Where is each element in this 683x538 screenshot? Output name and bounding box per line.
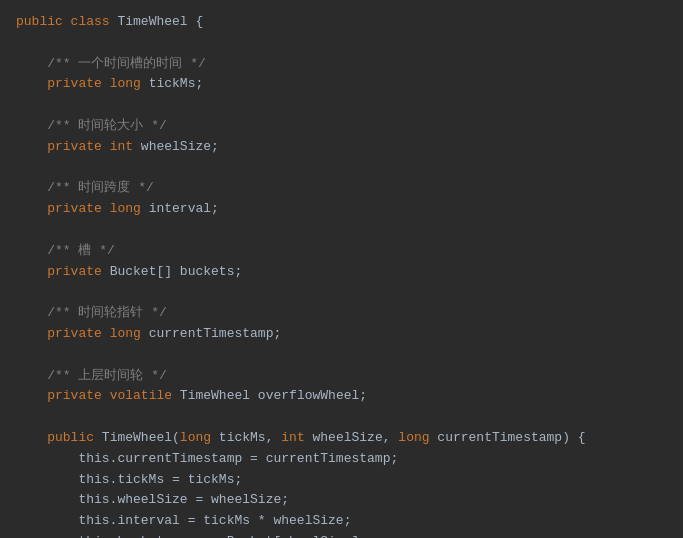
code-line: public class TimeWheel {	[16, 12, 667, 33]
code-line: public TimeWheel(long tickMs, int wheelS…	[16, 428, 667, 449]
code-line	[16, 220, 667, 241]
code-line: this.wheelSize = wheelSize;	[16, 490, 667, 511]
code-line	[16, 33, 667, 54]
code-line: this.currentTimestamp = currentTimestamp…	[16, 449, 667, 470]
code-line: private volatile TimeWheel overflowWheel…	[16, 386, 667, 407]
code-line: /** 时间轮大小 */	[16, 116, 667, 137]
code-line	[16, 407, 667, 428]
code-line: private long interval;	[16, 199, 667, 220]
code-line: this.tickMs = tickMs;	[16, 470, 667, 491]
code-line	[16, 95, 667, 116]
code-line: /** 时间轮指针 */	[16, 303, 667, 324]
code-line: /** 时间跨度 */	[16, 178, 667, 199]
code-line: /** 一个时间槽的时间 */	[16, 54, 667, 75]
code-line	[16, 345, 667, 366]
code-editor: public class TimeWheel { /** 一个时间槽的时间 */…	[0, 0, 683, 538]
code-line: private int wheelSize;	[16, 137, 667, 158]
code-line: /** 槽 */	[16, 241, 667, 262]
code-line: this.interval = tickMs * wheelSize;	[16, 511, 667, 532]
code-line: this.buckets = new Bucket[wheelSize];	[16, 532, 667, 538]
code-line	[16, 158, 667, 179]
code-line: private Bucket[] buckets;	[16, 262, 667, 283]
code-line	[16, 282, 667, 303]
code-line: /** 上层时间轮 */	[16, 366, 667, 387]
code-line: private long currentTimestamp;	[16, 324, 667, 345]
code-line: private long tickMs;	[16, 74, 667, 95]
